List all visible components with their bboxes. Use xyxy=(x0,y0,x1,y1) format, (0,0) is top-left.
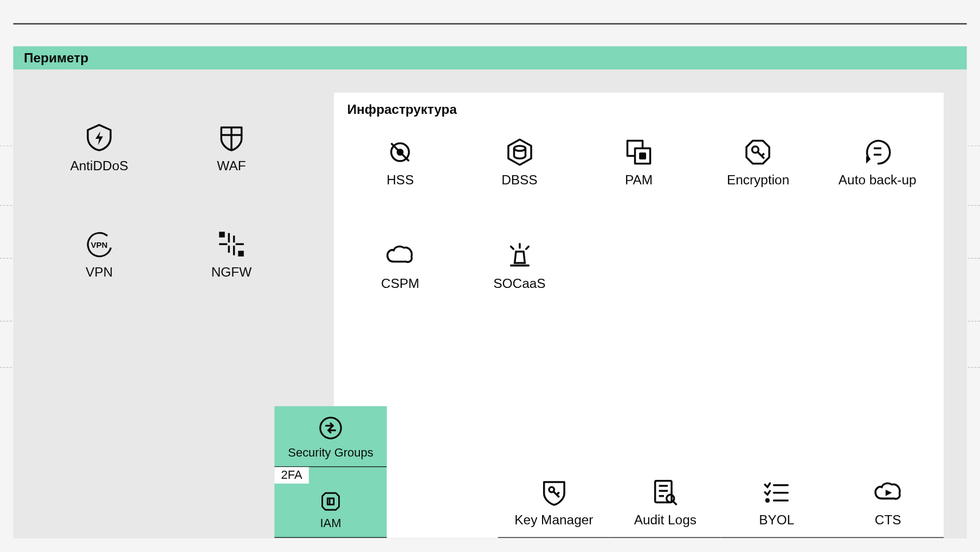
item-label: HSS xyxy=(386,172,414,188)
siren-icon xyxy=(504,240,534,271)
pam-icon xyxy=(623,137,654,168)
item-cspm: CSPM xyxy=(340,234,460,300)
audit-icon xyxy=(650,477,680,508)
svg-line-38 xyxy=(673,501,676,505)
cloud-icon xyxy=(385,240,415,271)
svg-rect-17 xyxy=(640,153,645,158)
item-key-manager: Key Manager xyxy=(498,465,609,538)
svg-point-42 xyxy=(766,499,769,502)
item-cts: CTS xyxy=(832,465,943,538)
item-backup: Auto back-up xyxy=(818,130,937,197)
waf-shield-icon xyxy=(216,123,247,153)
item-label: AntiDDoS xyxy=(70,158,128,174)
item-label: PAM xyxy=(625,172,653,188)
svg-line-26 xyxy=(526,247,528,249)
top-divider xyxy=(13,23,966,24)
item-security-groups: Security Groups xyxy=(274,406,386,467)
item-vpn: VPN VPN xyxy=(40,222,159,289)
svg-line-25 xyxy=(511,247,513,249)
item-label: Auto back-up xyxy=(839,172,917,188)
item-label: Encryption xyxy=(727,172,789,188)
item-waf: WAF xyxy=(172,116,291,183)
checklist-icon xyxy=(762,477,792,508)
vpn-circle-icon: VPN xyxy=(84,229,114,259)
svg-rect-9 xyxy=(220,233,224,236)
dbss-icon xyxy=(504,137,534,168)
backup-icon xyxy=(862,137,893,168)
item-dbss: DBSS xyxy=(460,130,579,197)
svg-rect-10 xyxy=(239,252,243,255)
item-label: Key Manager xyxy=(514,513,593,528)
item-label: DBSS xyxy=(501,172,537,188)
encryption-icon xyxy=(743,137,773,168)
hss-icon xyxy=(385,137,415,168)
exchange-icon xyxy=(317,414,344,442)
svg-point-30 xyxy=(549,487,554,492)
item-socaas: SOCaaS xyxy=(460,234,579,300)
shield-bolt-icon xyxy=(84,123,114,153)
perimeter-items: AntiDDoS WAF xyxy=(40,116,291,290)
infrastructure-title: Инфраструктура xyxy=(334,93,944,124)
item-label: SOCaaS xyxy=(493,276,545,291)
item-hss: HSS xyxy=(340,130,460,197)
svg-line-32 xyxy=(557,492,559,495)
svg-text:VPN: VPN xyxy=(91,240,107,249)
svg-point-14 xyxy=(514,146,525,151)
item-label: CTS xyxy=(875,513,901,528)
key-shield-icon xyxy=(539,477,569,508)
item-label: CSPM xyxy=(381,276,420,291)
item-label: VPN xyxy=(86,265,113,280)
perimeter-title: Периметр xyxy=(13,46,966,69)
svg-point-18 xyxy=(752,146,759,153)
item-ngfw: NGFW xyxy=(172,222,291,289)
item-audit-logs: Audit Logs xyxy=(610,465,721,538)
item-label: Audit Logs xyxy=(634,513,697,528)
bottom-row: Key Manager Audit Logs xyxy=(274,465,944,538)
svg-point-13 xyxy=(398,150,403,155)
item-label: Security Groups xyxy=(288,446,373,460)
item-encryption: Encryption xyxy=(699,130,818,197)
item-label: NGFW xyxy=(211,265,252,280)
item-byol: BYOL xyxy=(721,465,832,538)
item-pam: PAM xyxy=(579,130,698,197)
perimeter-panel: Периметр AntiDDoS xyxy=(13,46,966,538)
item-label: WAF xyxy=(217,158,246,174)
svg-line-20 xyxy=(762,153,765,156)
cloud-play-icon xyxy=(873,477,903,508)
ngfw-icon xyxy=(216,229,247,259)
spacer xyxy=(387,465,498,538)
item-antiddos: AntiDDoS xyxy=(40,116,159,183)
item-label: BYOL xyxy=(759,513,794,528)
